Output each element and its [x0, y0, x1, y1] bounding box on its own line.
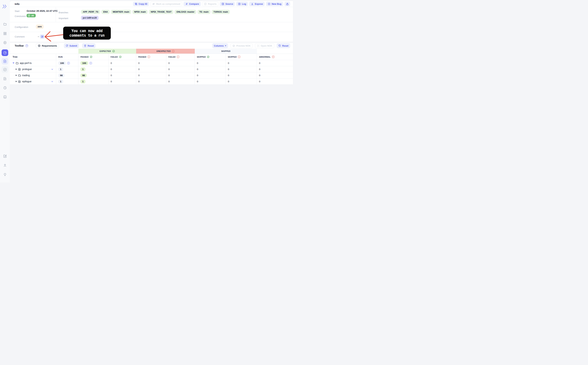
compare-arrows-icon: [185, 3, 188, 5]
important-label: Important: [59, 17, 68, 20]
caret-right-icon[interactable]: [16, 75, 17, 76]
expose-button[interactable]: Expose: [249, 2, 265, 6]
chevron-down-icon[interactable]: [51, 80, 54, 83]
file-icon: [18, 68, 21, 71]
caret-right-icon[interactable]: [16, 81, 17, 82]
cell-failed-expected: 0: [109, 72, 136, 78]
tree-row-prologue[interactable]: prologue: [10, 66, 56, 72]
scan-brackets-icon: [257, 44, 260, 47]
copy-icon: [135, 3, 137, 5]
cell-run: 1: [56, 66, 78, 72]
branch-tag[interactable]: MEMTIER: main: [111, 10, 131, 14]
app-root: Info Copy ID Mark as compromised Compare…: [0, 0, 294, 182]
check-circle-icon: [207, 56, 210, 58]
annotation-arrow: [40, 26, 67, 44]
trash-icon: [84, 44, 86, 47]
cell-passed-expected: 100 ?: [78, 60, 109, 66]
cell-skipped-unexpected: 0: [226, 66, 257, 72]
tree-row-trading[interactable]: trading: [10, 72, 56, 78]
sidebar-item-history-chart[interactable]: [2, 66, 8, 73]
start-value: October 29 2025, 22:47 UTC: [27, 10, 58, 12]
sidebar-item-live[interactable]: [2, 39, 8, 46]
source-button[interactable]: Source: [220, 2, 235, 6]
new-bug-button[interactable]: New Bug: [266, 2, 283, 6]
sidebar-item-help[interactable]: [2, 171, 8, 178]
column-header-failed-unexpected[interactable]: FAILED !: [166, 54, 195, 60]
sidebar-item-dashboard[interactable]: [2, 30, 8, 37]
chevron-down-icon[interactable]: [51, 68, 54, 70]
cell-skipped-expected: 0: [195, 78, 226, 84]
file-icon: [18, 80, 21, 83]
column-header-passed-unexpected[interactable]: PASSED !: [136, 54, 166, 60]
reset-button[interactable]: Reset: [82, 43, 96, 48]
arrow-box-icon: [222, 3, 224, 5]
sidebar-item-runs[interactable]: [2, 21, 8, 28]
open-nok-button[interactable]: Open NOK: [255, 43, 274, 48]
column-header-failed-expected[interactable]: FAILED: [109, 54, 136, 60]
sidebar-item-run-details[interactable]: [2, 58, 8, 64]
caret-right-icon[interactable]: [16, 69, 17, 70]
branch-tag[interactable]: NPDI_TRADE_TEST: [149, 10, 173, 14]
cell-passed-unexpected: 0: [136, 72, 166, 78]
column-header-skipped-expected[interactable]: SKIPPED: [195, 54, 226, 60]
cell-skipped-unexpected: 0: [226, 72, 257, 78]
tree-row-epilogue[interactable]: epilogue: [10, 78, 56, 84]
sidebar: [0, 0, 10, 182]
exclamation-circle-icon: !: [172, 50, 174, 53]
columns-dropdown[interactable]: Columns: [212, 43, 228, 48]
sidebar-item-run-report[interactable]: [2, 49, 8, 56]
preview-nok-button[interactable]: Preview NOK: [231, 43, 253, 48]
share-button[interactable]: [285, 2, 290, 6]
cell-passed-unexpected: 0: [136, 66, 166, 72]
tree-row-app-perf-ts[interactable]: app-perf-ts: [10, 60, 56, 66]
download-icon: [251, 3, 253, 5]
submit-button[interactable]: Submit: [64, 43, 79, 48]
branch-tag[interactable]: ONLOAD: master: [175, 10, 196, 14]
pie-chart-icon: [3, 51, 7, 55]
log-button[interactable]: Log: [236, 2, 248, 6]
compare-button[interactable]: Compare: [184, 2, 201, 6]
group-header-skipped: SKIPPED: [195, 49, 257, 54]
branch-tag[interactable]: APP_PERF_TS: [81, 10, 100, 14]
caret-down-icon[interactable]: [13, 63, 14, 63]
sidebar-item-edit[interactable]: [2, 153, 8, 159]
requirements-button[interactable]: Requirements: [36, 43, 59, 48]
branch-tag[interactable]: TE: main: [198, 10, 210, 14]
app-logo[interactable]: [2, 4, 7, 9]
sidebar-item-history[interactable]: [2, 84, 8, 91]
circle-dot-icon: [268, 3, 270, 5]
reports-button[interactable]: Reports: [202, 2, 219, 6]
info-header: Info Copy ID Mark as compromised Compare…: [10, 1, 293, 7]
sidebar-item-profile[interactable]: [2, 162, 8, 169]
sidebar-item-logs[interactable]: [2, 75, 8, 82]
column-header-run[interactable]: RUN: [56, 54, 78, 60]
mark-compromised-button[interactable]: Mark as compromised: [150, 2, 182, 6]
trend-chart-icon: [3, 68, 7, 71]
cell-passed-unexpected: 0: [136, 60, 166, 66]
column-header-skipped-unexpected[interactable]: SKIPPED !: [226, 54, 257, 60]
help-icon[interactable]: ?: [67, 62, 70, 64]
check-circle-icon: [90, 56, 92, 58]
branch-tag[interactable]: NPDI: main: [132, 10, 148, 14]
copy-id-button[interactable]: Copy ID: [133, 2, 149, 6]
check-circle-icon: [119, 56, 122, 58]
folder-icon: [3, 22, 7, 26]
reset-view-button[interactable]: Reset: [277, 43, 290, 48]
important-tag[interactable]: pci-1d0f-ec20: [81, 16, 99, 20]
comment-label: Comment: [15, 35, 25, 38]
branch-tag[interactable]: TSRIGS: main: [212, 10, 230, 14]
question-circle-icon: ?: [272, 56, 274, 58]
help-icon[interactable]: ?: [89, 62, 92, 64]
cell-failed-expected: 0: [109, 60, 136, 66]
help-icon[interactable]: ?: [25, 44, 28, 47]
branch-tag[interactable]: ENA: [102, 10, 109, 14]
user-icon: [3, 164, 7, 167]
column-header-abnormal[interactable]: ABNORMAL ?: [257, 54, 293, 60]
sidebar-item-measurements[interactable]: [2, 93, 8, 100]
document-icon: [3, 77, 7, 81]
results-card: Toolbar ? Requirements Submit Reset Colu…: [10, 43, 293, 84]
exclamation-circle-icon: !: [177, 56, 179, 58]
column-header-passed-expected[interactable]: PASSED: [78, 54, 109, 60]
cell-passed-expected: 1: [78, 66, 109, 72]
exclamation-circle-icon: !: [148, 56, 150, 58]
